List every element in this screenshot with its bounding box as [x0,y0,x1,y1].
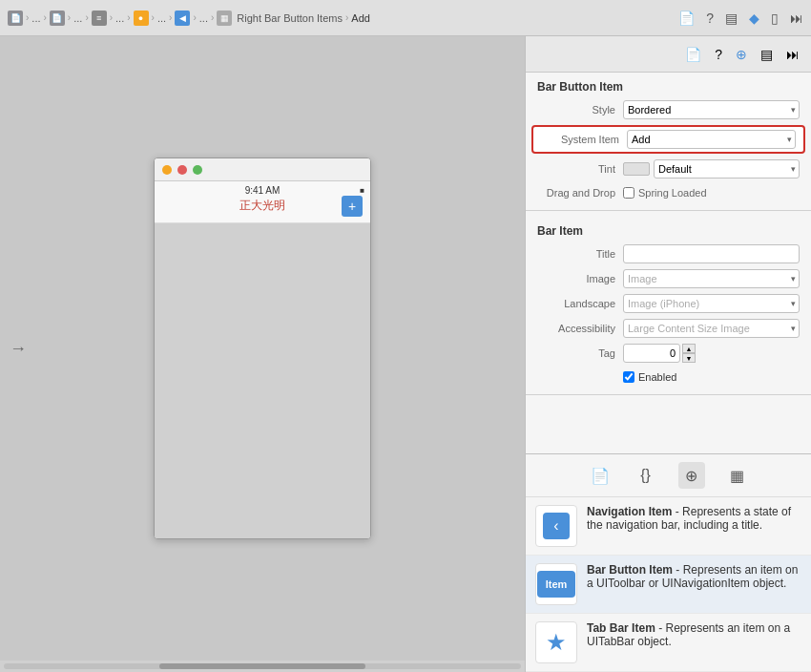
style-select-wrapper[interactable]: Bordered ▾ [623,100,800,119]
tab-item-title: Tab Bar Item - Represents an item on a U… [587,621,801,648]
device-battery: ■ [360,186,364,195]
inspector-content: Bar Button Item Style Bordered ▾ System … [526,73,811,453]
tint-select-wrapper[interactable]: Default ▾ [654,159,800,178]
breadcrumb-icon-2: 📄 [50,10,65,26]
library-tab-grid[interactable]: ▦ [724,462,751,489]
title-label: Title [537,248,623,260]
drag-drop-row: Drag and Drop Spring Loaded [526,181,811,204]
breadcrumb-chevron-3: › [68,12,71,23]
style-row: Style Bordered ▾ [526,97,811,122]
pin-icon[interactable]: ◆ [749,10,759,26]
traffic-light-yellow[interactable] [162,165,172,175]
image-select[interactable]: Image [623,269,800,288]
breadcrumb-chevron-1: › [26,12,29,23]
breadcrumb-chevron-10: › [211,12,214,23]
library-tab-file[interactable]: 📄 [587,462,613,489]
bar-btn-text: Bar Button Item - Represents an item on … [587,563,801,590]
landscape-select-wrapper[interactable]: Image (iPhone) ▾ [623,294,800,313]
tag-input[interactable] [623,344,680,363]
accessibility-select-wrapper[interactable]: Large Content Size Image ▾ [623,319,800,338]
inspector-tab-help[interactable]: ? [715,47,722,62]
breadcrumb-item-4[interactable]: ● › ... [134,10,167,26]
breadcrumb-item-right-bar[interactable]: ▦ Right Bar Button Items [217,10,343,26]
title-input[interactable] [623,244,800,263]
device-add-button[interactable]: + [342,196,363,217]
landscape-select[interactable]: Image (iPhone) [623,294,800,313]
bar-btn-separator: - [676,563,682,577]
bar-btn-icon-wrapper: Item [535,563,577,605]
tag-label: Tag [537,347,623,359]
enabled-checkbox[interactable] [623,371,634,383]
device-nav-title: 正大光明 [239,198,285,214]
separator-2 [526,394,811,395]
title-control [623,244,800,263]
top-toolbar: 📄 › ... › 📄 › ... › ≡ › ... › ● › ... › … [0,0,811,36]
canvas-arrow-left[interactable]: → [10,339,27,359]
help-icon[interactable]: ? [706,10,714,26]
tab-star-symbol: ★ [546,629,567,656]
tab-item-text: Tab Bar Item - Represents an item on a U… [587,621,801,648]
breadcrumb-item-5[interactable]: ◀ › ... [175,10,208,26]
tint-select[interactable]: Default [654,159,800,178]
breadcrumb-text-3: ... [115,12,124,24]
nav-item-title: Navigation Item - Represents a state of … [587,505,801,532]
breadcrumb-icon-3: ≡ [92,10,107,26]
bar-btn-icon: Item [537,571,575,598]
library-panel: 📄 {} ⊕ ▦ ‹ Navigation Item - Rep [526,453,811,672]
library-item-tab-bar[interactable]: ★ Tab Bar Item - Represents an item on a… [526,614,811,672]
image-control: Image ▾ [623,269,800,288]
canvas-scrollbar[interactable] [0,661,525,672]
device-nav-bar: 9:41 AM 正大光明 + ■ [155,181,370,223]
breadcrumb-item-3[interactable]: ≡ › ... [92,10,125,26]
enabled-field: Enabled [623,371,676,383]
breadcrumb-chevron-6: › [127,12,130,23]
image-select-wrapper[interactable]: Image ▾ [623,269,800,288]
landscape-control: Image (iPhone) ▾ [623,294,800,313]
inspector-icon[interactable]: ▤ [725,10,738,26]
main-layout: → 9:41 AM 正大光明 + ■ [0,36,811,672]
traffic-light-red[interactable] [177,165,187,175]
breadcrumb-icon-5: ◀ [175,10,190,26]
system-item-row: System Item Add ▾ [531,125,805,154]
breadcrumb-text-4: ... [157,12,166,24]
scrollbar-thumb[interactable] [159,663,366,669]
library-tab-code[interactable]: {} [633,462,659,489]
system-item-select-wrapper[interactable]: Add ▾ [627,130,796,149]
forward-icon[interactable]: ⏭ [790,10,803,26]
library-item-navigation[interactable]: ‹ Navigation Item - Represents a state o… [526,497,811,556]
device-time: 9:41 AM [245,185,281,196]
breadcrumb-chevron-9: › [193,12,196,23]
breadcrumb-item-2[interactable]: 📄 › ... [50,10,83,26]
separator-1 [526,210,811,211]
system-item-select[interactable]: Add [627,130,796,149]
inspector-tab-library[interactable]: ⊕ [736,47,747,62]
device-container: → 9:41 AM 正大光明 + ■ [0,36,525,661]
nav-chevron-icon: ‹ [543,513,570,539]
nav-item-separator: - [676,505,682,518]
breadcrumb-text-2: ... [73,12,82,24]
tint-swatch[interactable] [623,162,650,176]
device-icon[interactable]: ▯ [771,10,779,26]
style-select[interactable]: Bordered [623,100,800,119]
accessibility-select[interactable]: Large Content Size Image [623,319,800,338]
bar-button-section-header: Bar Button Item [526,73,811,97]
doc-icon[interactable]: 📄 [678,10,695,26]
style-control: Bordered ▾ [623,100,800,119]
tag-increment[interactable]: ▲ [682,344,696,353]
nav-item-text: Navigation Item - Represents a state of … [587,505,801,532]
spring-loaded-checkbox[interactable] [623,187,634,199]
library-item-bar-button[interactable]: Item Bar Button Item - Represents an ite… [526,556,811,614]
inspector-tab-grid[interactable]: ▤ [760,47,773,62]
traffic-light-green[interactable] [193,165,202,175]
inspector-tab-file[interactable]: 📄 [685,47,701,62]
breadcrumb-item-1[interactable]: 📄 › ... [8,10,41,26]
inspector-tab-forward[interactable]: ⏭ [786,47,800,62]
breadcrumb-text-5: ... [199,12,208,24]
tint-row: Tint Default ▾ [526,157,811,181]
breadcrumb-chevron-7: › [152,12,155,23]
library-tab-add[interactable]: ⊕ [678,462,705,489]
device-content [155,223,370,538]
tag-decrement[interactable]: ▼ [682,353,696,363]
title-row: Title [526,242,811,266]
breadcrumb-chevron-8: › [169,12,172,23]
